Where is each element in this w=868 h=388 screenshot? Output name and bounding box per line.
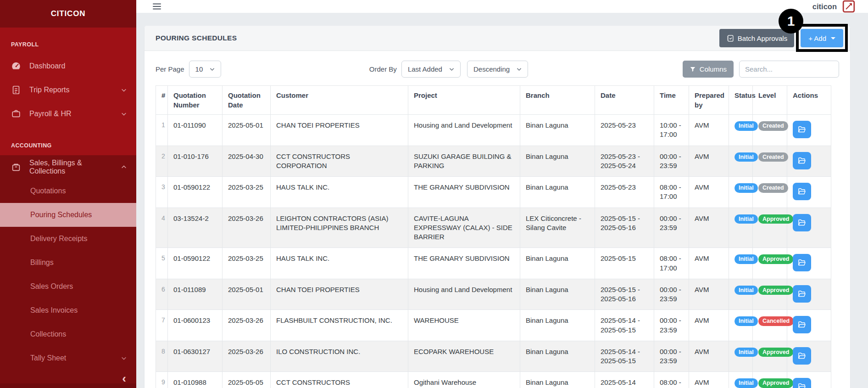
chevron-down-icon: [209, 66, 215, 72]
cell-status: Initial: [729, 115, 753, 146]
cell-status: Initial: [729, 248, 753, 279]
status-badge: Initial: [734, 378, 758, 388]
level-badge: Approved: [758, 214, 793, 224]
cell-time: 00:00 - 23:59: [654, 146, 689, 177]
sidebar-collapse-button[interactable]: ‹: [122, 372, 126, 384]
cell-quotation-date: 2025-04-30: [223, 146, 271, 177]
cell-date: 2025-05-23: [595, 177, 654, 208]
columns-label: Columns: [700, 65, 727, 73]
level-badge: Created: [758, 121, 788, 131]
sidebar-section-accounting: ACCOUNTING: [0, 126, 136, 155]
sidebar-subitem[interactable]: Sales Invoices: [0, 298, 136, 322]
sidebar-subitem-label: Tally Sheet: [30, 354, 66, 362]
table-row: 2 01-010-176 2025-04-30 CCT CONSTRUCTORS…: [156, 146, 831, 177]
search-input[interactable]: [739, 61, 839, 78]
cell-project: CAVITE-LAGUNA EXPRESSWAY (CALAX) - SIDE …: [408, 208, 520, 248]
sidebar-item-payroll-hr[interactable]: Payroll & HR: [0, 102, 136, 126]
sidebar-item-sales-billings-collections[interactable]: Sales, Billings & Collections: [0, 155, 136, 179]
open-record-button[interactable]: [793, 378, 811, 388]
chevron-down-icon: [121, 87, 127, 93]
cell-customer: ILO CONSTRUCTION INC.: [271, 341, 408, 372]
cell-time: 08:00 - 17:00: [654, 177, 689, 208]
cell-level: Approved: [753, 341, 787, 372]
cell-time: 00:00 - 23:59: [654, 341, 689, 372]
cell-quotation-date: 2025-03-25: [223, 177, 271, 208]
pouring-schedules-table: #Quotation NumberQuotation DateCustomerP…: [156, 85, 831, 388]
cell-actions: [787, 248, 831, 279]
sidebar-subitem[interactable]: Quotations: [0, 179, 136, 203]
cell-quotation-date: 2025-03-25: [223, 248, 271, 279]
row-number: 8: [156, 341, 168, 372]
cell-customer: CCT CONSTRUCTORS CORPORATION: [271, 146, 408, 177]
sidebar-group-sales-billings: Sales, Billings & Collections Quotations: [0, 155, 136, 388]
per-page-label: Per Page: [156, 65, 184, 73]
sidebar-item-trip-reports[interactable]: Trip Reports: [0, 78, 136, 102]
cell-quotation-number: 01-0600123: [168, 310, 223, 341]
sidebar-subitem[interactable]: Pouring Schedules: [0, 203, 136, 227]
cell-customer: HAUS TALK INC.: [271, 248, 408, 279]
row-number: 2: [156, 146, 168, 177]
sidebar: CITICON PAYROLL Dashboard Trip Reports P…: [0, 0, 136, 388]
sidebar-subitem[interactable]: Collections: [0, 322, 136, 346]
sidebar-subitem[interactable]: Delivery Receipts: [0, 227, 136, 251]
table-row: 9 01-010988 2025-05-05 CCT CONSTRUCTORS …: [156, 372, 831, 388]
folder-open-icon: [797, 382, 807, 388]
briefcase-icon: [11, 109, 21, 119]
sort-direction-select[interactable]: Descending: [467, 61, 528, 78]
table-body: 1 01-011090 2025-05-01 CHAN TOEI PROPERT…: [156, 115, 831, 388]
card-header: POURING SCHEDULES Batch Approvals + Add: [145, 26, 850, 51]
row-number: 4: [156, 208, 168, 248]
sidebar-subitem-label: Pouring Schedules: [30, 211, 92, 219]
open-record-button[interactable]: [793, 347, 811, 365]
cell-level: Approved: [753, 372, 787, 388]
open-record-button[interactable]: [793, 254, 811, 271]
table-header-cell: Quotation Number: [168, 86, 223, 115]
sidebar-item-label: Trip Reports: [29, 86, 69, 94]
page-content: POURING SCHEDULES Batch Approvals + Add: [136, 13, 868, 388]
add-button[interactable]: + Add: [801, 29, 843, 47]
sidebar-subitem[interactable]: Tally Sheet: [0, 346, 136, 370]
row-number: 6: [156, 279, 168, 310]
folder-open-icon: [797, 156, 807, 165]
cell-level: Approved: [753, 279, 787, 310]
columns-button[interactable]: Columns: [683, 61, 734, 78]
level-badge: Approved: [758, 286, 793, 295]
cell-actions: [787, 341, 831, 372]
sidebar-subitem[interactable]: Billings: [0, 251, 136, 275]
sort-direction-value: Descending: [473, 65, 510, 73]
cell-time: 08:00 - 17:00: [654, 248, 689, 279]
open-record-button[interactable]: [793, 214, 811, 231]
hamburger-menu-icon[interactable]: [151, 1, 162, 12]
batch-approvals-button[interactable]: Batch Approvals: [719, 29, 794, 47]
order-by-select[interactable]: Last Added: [401, 61, 461, 78]
cell-prepared-by: AVM: [689, 208, 729, 248]
cell-date: 2025-05-15: [595, 248, 654, 279]
cell-status: Initial: [729, 177, 753, 208]
main-area: citicon POURING SCHEDULES Batch Approval…: [136, 0, 868, 388]
cell-actions: [787, 177, 831, 208]
open-record-button[interactable]: [793, 121, 811, 138]
table-header-cell: Time: [654, 86, 689, 115]
table-tools-group: Columns: [683, 61, 839, 78]
table-row: 3 01-0590122 2025-03-25 HAUS TALK INC. T…: [156, 177, 831, 208]
table-wrap: #Quotation NumberQuotation DateCustomerP…: [145, 85, 850, 388]
sidebar-item-dashboard[interactable]: Dashboard: [0, 54, 136, 78]
cell-actions: [787, 279, 831, 310]
cell-actions: [787, 115, 831, 146]
cell-actions: [787, 310, 831, 341]
per-page-select[interactable]: 10: [189, 61, 222, 78]
open-record-button[interactable]: [793, 152, 811, 169]
brand-logo-icon[interactable]: [842, 0, 855, 13]
status-badge: Initial: [734, 152, 758, 162]
cell-quotation-date: 2025-03-26: [223, 310, 271, 341]
open-record-button[interactable]: [793, 285, 811, 303]
level-badge: Created: [758, 183, 788, 193]
brand-name: citicon: [812, 2, 837, 11]
cell-date: 2025-05-14 - 2025-05-15: [595, 310, 654, 341]
open-record-button[interactable]: [793, 183, 811, 200]
cell-level: Created: [753, 177, 787, 208]
open-record-button[interactable]: [793, 316, 811, 333]
caret-down-icon: [831, 37, 835, 39]
table-header-row: #Quotation NumberQuotation DateCustomerP…: [156, 86, 831, 115]
sidebar-subitem[interactable]: Sales Orders: [0, 275, 136, 298]
